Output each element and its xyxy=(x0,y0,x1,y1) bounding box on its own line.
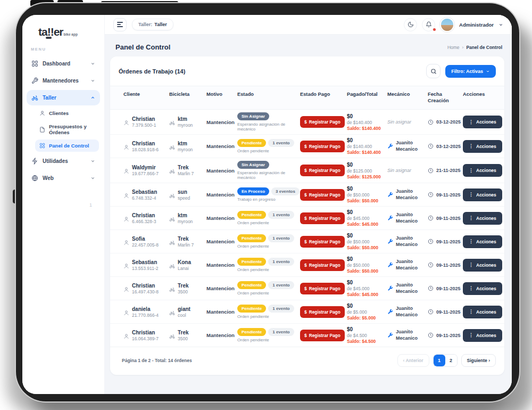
next-page-button[interactable]: Siguiente › xyxy=(461,354,496,367)
filter-button[interactable]: Filtro: Activas xyxy=(445,65,496,78)
kebab-icon: ⋮ xyxy=(469,192,473,197)
amount-total: de $50.000 xyxy=(347,263,370,268)
acciones-button[interactable]: ⋮Acciones xyxy=(463,140,502,153)
kebab-icon: ⋮ xyxy=(469,309,473,314)
date-cell: 09-11-2025 xyxy=(426,330,461,341)
amount-saldo: Saldo: $5.000 xyxy=(347,315,376,321)
registrar-pago-button[interactable]: $Registrar Pago xyxy=(300,306,345,318)
clock-icon xyxy=(428,239,434,244)
registrar-pago-button[interactable]: $Registrar Pago xyxy=(300,330,345,341)
sidebar-item-web[interactable]: Web xyxy=(27,170,100,186)
sidebar-item-presupuestos[interactable]: Presupuestos y Órdenes xyxy=(35,120,99,138)
person-icon xyxy=(123,120,129,126)
acciones-button[interactable]: ⋮Acciones xyxy=(463,116,502,128)
client-name: Christian xyxy=(132,116,156,122)
client-name: daniela xyxy=(132,306,159,312)
table-row: Christian16.497.430-8Trek3500MantencionP… xyxy=(110,277,504,300)
client-rut: 21.770.866-4 xyxy=(132,313,159,318)
client-cell: Christian7.379.500-1 xyxy=(122,113,168,130)
person-icon xyxy=(123,240,129,245)
registrar-pago-button[interactable]: $Registrar Pago xyxy=(300,165,345,176)
logo-sub: bike app xyxy=(64,32,78,36)
clock-icon xyxy=(428,143,434,149)
amount-paid: $0 xyxy=(347,186,353,192)
estado-cell: Pendiente1 eventoOrden pendiente xyxy=(236,208,298,228)
acciones-button[interactable]: ⋮Acciones xyxy=(463,164,502,177)
dollar-icon: $ xyxy=(304,192,307,198)
moon-icon xyxy=(408,21,414,28)
acciones-button[interactable]: ⋮Acciones xyxy=(463,329,502,342)
mechanic-cell: Sin asignar xyxy=(386,117,426,127)
date-cell: 09-11-2025 xyxy=(426,236,461,247)
acciones-button[interactable]: ⋮Acciones xyxy=(463,282,502,295)
acciones-button[interactable]: ⋮Acciones xyxy=(463,212,502,225)
search-button[interactable] xyxy=(426,64,440,78)
workshop-label: Taller: xyxy=(138,22,152,27)
client-cell: daniela21.770.866-4 xyxy=(122,304,168,321)
acciones-button[interactable]: ⋮Acciones xyxy=(463,235,502,248)
registrar-pago-label: Registrar Pago xyxy=(309,192,340,198)
breadcrumb-home[interactable]: Home xyxy=(447,45,460,50)
page-2-button[interactable]: 2 xyxy=(445,355,457,366)
notifications-button[interactable] xyxy=(422,18,435,31)
dollar-icon: $ xyxy=(304,144,307,149)
sidebar-item-clientes[interactable]: Clientes xyxy=(35,107,99,119)
table-row: Sebastian13.553.911-2KonaLanaiMantencion… xyxy=(110,253,504,277)
estado-cell: Sin AsignarEsperando asignación de mecán… xyxy=(236,110,298,134)
previous-page-label: Anterior xyxy=(405,358,423,363)
sidebar-item-mantenedores[interactable]: Mantenedores xyxy=(27,73,100,88)
column-header: Fecha Creación xyxy=(426,86,461,109)
clock-icon xyxy=(428,262,434,268)
registrar-pago-button[interactable]: $Registrar Pago xyxy=(300,283,345,294)
orders-card: Órdenes de Trabajo (14) Filtro: Activas xyxy=(110,56,504,375)
acciones-label: Acciones xyxy=(476,192,496,198)
logo-brand: ta!!er xyxy=(38,26,63,38)
mechanic-cell: Juanito Mecanico xyxy=(386,256,426,274)
previous-page-button[interactable]: ‹ Anterior xyxy=(397,354,429,367)
menu-section-label: MENU xyxy=(31,47,104,52)
eventos-badge: 1 evento xyxy=(268,305,294,313)
registrar-pago-button[interactable]: $Registrar Pago xyxy=(300,236,345,248)
estado-cell: Pendiente1 eventoOrden pendiente xyxy=(236,278,298,298)
amount-paid: $0 xyxy=(347,162,353,168)
sidebar-item-taller[interactable]: Taller xyxy=(27,90,100,105)
acciones-button[interactable]: ⋮Acciones xyxy=(463,306,502,318)
registrar-pago-button[interactable]: $Registrar Pago xyxy=(300,189,345,201)
bicycle-brand: ktm xyxy=(178,116,193,122)
acciones-button[interactable]: ⋮Acciones xyxy=(463,188,502,201)
column-header: Mecánico xyxy=(386,86,426,109)
sidebar-item-panel-de-control[interactable]: Panel de Control xyxy=(35,140,99,152)
registrar-pago-button[interactable]: $Registrar Pago xyxy=(300,212,345,224)
amount-total: de $5.000 xyxy=(347,309,367,315)
estado-badge: Pendiente xyxy=(237,258,266,266)
dark-mode-button[interactable] xyxy=(404,18,417,31)
person-icon xyxy=(123,216,129,222)
registrar-pago-button[interactable]: $Registrar Pago xyxy=(300,141,345,152)
sidebar-item-dashboard[interactable]: Dashboard xyxy=(27,56,100,71)
acciones-button[interactable]: ⋮Acciones xyxy=(463,259,502,272)
estado-cell: En Proceso3 eventosTrabajo en progreso xyxy=(236,185,298,204)
bike-icon xyxy=(169,120,175,126)
registrar-pago-label: Registrar Pago xyxy=(309,286,340,291)
workshop-selector[interactable]: Taller: Taller xyxy=(132,19,173,30)
bicycle-model: myroon xyxy=(178,122,193,128)
mechanic-cell: Juanito Mecanico xyxy=(386,326,426,344)
mechanic-cell: Juanito Mecanico xyxy=(386,280,426,297)
payment-cell: $0de $45.000Saldo: $45.000 xyxy=(345,277,386,300)
chevron-down-icon[interactable] xyxy=(498,22,503,27)
chevron-down-icon xyxy=(90,78,95,83)
sidebar-item-utilidades[interactable]: Utilidades xyxy=(27,153,100,169)
client-cell: Sebastian6.748.332-4 xyxy=(122,186,168,203)
chevron-down-icon xyxy=(90,159,95,163)
registrar-pago-button[interactable]: $Registrar Pago xyxy=(300,259,345,271)
registrar-pago-button[interactable]: $Registrar Pago xyxy=(300,116,345,128)
hamburger-menu-button[interactable] xyxy=(113,18,127,31)
clock-icon xyxy=(428,119,434,125)
card-title: Órdenes de Trabajo (14) xyxy=(119,68,185,75)
amount-saldo: Saldo: $50.000 xyxy=(347,198,378,203)
page-1-button[interactable]: 1 xyxy=(434,355,445,366)
user-avatar[interactable] xyxy=(440,18,454,32)
amount-saldo: Saldo: $4.500 xyxy=(347,339,376,344)
person-icon xyxy=(123,263,129,269)
client-rut: 6.466.328-3 xyxy=(132,219,156,224)
